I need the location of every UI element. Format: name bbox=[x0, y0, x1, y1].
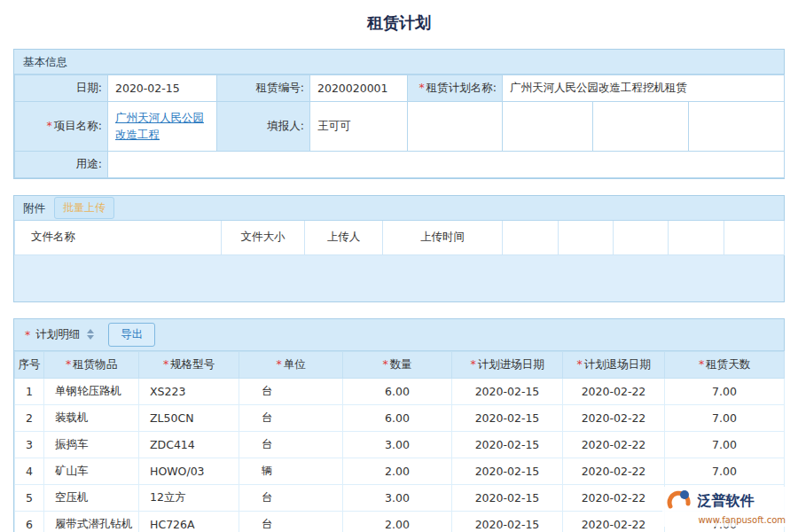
col-empty bbox=[614, 221, 669, 254]
attachments-empty-area bbox=[14, 255, 784, 301]
project-link[interactable]: 广州天河人民公园改造工程 bbox=[115, 111, 204, 141]
detail-cell: 装载机 bbox=[44, 404, 139, 431]
page-title: 租赁计划 bbox=[0, 0, 798, 32]
basic-info-title: 基本信息 bbox=[23, 50, 67, 74]
project-value-cell: 广州天河人民公园改造工程 bbox=[108, 102, 217, 152]
detail-cell: 1 bbox=[15, 378, 44, 404]
form-row-3: 用途: bbox=[15, 152, 785, 178]
detail-cell: 辆 bbox=[239, 458, 343, 484]
detail-cell: 2.00 bbox=[343, 511, 452, 532]
attachments-table: 文件名称 文件大小 上传人 上传时间 bbox=[14, 221, 785, 255]
detail-cell: 2020-02-22 bbox=[563, 404, 665, 431]
detail-cell: 台 bbox=[239, 431, 343, 458]
detail-cell: 2020-02-15 bbox=[452, 431, 563, 458]
attachments-title: 附件 bbox=[23, 196, 45, 221]
detail-cell: 台 bbox=[239, 484, 343, 511]
rental-no-label: 租赁编号: bbox=[217, 75, 310, 102]
watermark-row: 泛普软件 bbox=[666, 489, 786, 514]
detail-cell: 6.00 bbox=[343, 378, 452, 404]
detail-cell: 台 bbox=[239, 511, 343, 532]
detail-row: 3振捣车ZDC414台3.002020-02-152020-02-227.00 bbox=[15, 431, 785, 458]
detail-row: 4矿山车HOWO/03辆2.002020-02-152020-02-227.00 bbox=[15, 458, 785, 484]
date-label: 日期: bbox=[15, 75, 108, 102]
detail-cell: 3.00 bbox=[343, 431, 452, 458]
detail-column-header: *租赁天数 bbox=[665, 351, 785, 378]
detail-cell: 2020-02-15 bbox=[452, 378, 563, 404]
detail-cell: 12立方 bbox=[139, 484, 239, 511]
detail-cell: 2 bbox=[15, 404, 44, 431]
detail-cell: ZL50CN bbox=[139, 404, 239, 431]
reporter-label-text: 填报人: bbox=[267, 119, 304, 132]
purpose-value bbox=[108, 152, 785, 178]
detail-cell: HC726A bbox=[139, 511, 239, 532]
detail-cell: 2020-02-22 bbox=[563, 484, 665, 511]
detail-cell: 履带式潜孔钻机 bbox=[44, 511, 139, 532]
detail-cell: 振捣车 bbox=[44, 431, 139, 458]
detail-column-header: *单位 bbox=[239, 351, 343, 378]
detail-cell: 7.00 bbox=[665, 458, 785, 484]
date-value: 2020-02-15 bbox=[108, 75, 217, 102]
watermark-brand: 泛普软件 bbox=[697, 492, 754, 511]
rental-no-value: 2020020001 bbox=[310, 75, 408, 102]
purpose-label: 用途: bbox=[15, 152, 108, 178]
detail-cell: 6.00 bbox=[343, 404, 452, 431]
detail-cell: 7.00 bbox=[665, 404, 785, 431]
detail-row: 2装载机ZL50CN台6.002020-02-152020-02-227.00 bbox=[15, 404, 785, 431]
attachments-section: 附件 批量上传 文件名称 文件大小 上传人 上传时间 bbox=[13, 195, 785, 302]
detail-column-header: *租赁物品 bbox=[44, 351, 139, 378]
project-label: *项目名称: bbox=[15, 102, 108, 152]
batch-upload-button[interactable]: 批量上传 bbox=[54, 197, 114, 219]
col-file-name: 文件名称 bbox=[15, 221, 222, 254]
detail-cell: 2020-02-15 bbox=[452, 511, 563, 532]
plan-details-header: * 计划明细 导出 bbox=[14, 319, 784, 351]
col-empty bbox=[724, 221, 785, 254]
date-label-text: 日期: bbox=[76, 81, 102, 94]
required-asterisk: * bbox=[25, 328, 30, 341]
empty-cell bbox=[408, 102, 503, 152]
empty-cell bbox=[689, 102, 785, 152]
required-asterisk: * bbox=[419, 81, 425, 94]
col-empty bbox=[559, 221, 614, 254]
export-button[interactable]: 导出 bbox=[108, 323, 155, 347]
detail-column-header: *计划退场日期 bbox=[563, 351, 665, 378]
plan-details-title: 计划明细 bbox=[35, 327, 80, 342]
form-row-2: *项目名称: 广州天河人民公园改造工程 填报人: 王可可 bbox=[15, 102, 785, 152]
detail-cell: 2020-02-15 bbox=[452, 458, 563, 484]
detail-cell: 6 bbox=[15, 511, 44, 532]
detail-cell: HOWO/03 bbox=[139, 458, 239, 484]
detail-cell: 单钢轮压路机 bbox=[44, 378, 139, 404]
plan-name-label-text: 租赁计划名称: bbox=[426, 81, 497, 94]
watermark: 泛普软件 www.fanpusoft.com bbox=[662, 487, 789, 527]
detail-cell: 4 bbox=[15, 458, 44, 484]
plan-details-header-row: 序号*租赁物品*规格型号*单位*数量*计划进场日期*计划退场日期*租赁天数 bbox=[15, 351, 785, 378]
detail-cell: 5 bbox=[15, 484, 44, 511]
detail-cell: 矿山车 bbox=[44, 458, 139, 484]
form-row-1: 日期: 2020-02-15 租赁编号: 2020020001 *租赁计划名称:… bbox=[15, 75, 785, 102]
sort-toggle-icon[interactable] bbox=[87, 329, 94, 340]
project-label-text: 项目名称: bbox=[54, 119, 102, 132]
detail-cell: 台 bbox=[239, 404, 343, 431]
detail-cell: 台 bbox=[239, 378, 343, 404]
reporter-value: 王可可 bbox=[310, 102, 408, 152]
detail-cell: 2020-02-22 bbox=[563, 378, 665, 404]
watermark-url: www.fanpusoft.com bbox=[666, 515, 786, 525]
required-asterisk: * bbox=[47, 119, 52, 132]
col-empty bbox=[503, 221, 559, 254]
rental-no-label-text: 租赁编号: bbox=[256, 81, 304, 94]
plan-name-label: *租赁计划名称: bbox=[408, 75, 503, 102]
purpose-label-text: 用途: bbox=[76, 157, 102, 170]
detail-cell: ZDC414 bbox=[139, 431, 239, 458]
detail-cell: 3 bbox=[15, 431, 44, 458]
detail-cell: 空压机 bbox=[44, 484, 139, 511]
detail-cell: 2020-02-22 bbox=[563, 511, 665, 532]
detail-column-header: *数量 bbox=[343, 351, 452, 378]
detail-cell: 3.00 bbox=[343, 484, 452, 511]
detail-cell: 2020-02-15 bbox=[452, 484, 563, 511]
col-file-size: 文件大小 bbox=[222, 221, 305, 254]
col-uploader: 上传人 bbox=[305, 221, 383, 254]
reporter-label: 填报人: bbox=[217, 102, 310, 152]
attachments-header: 附件 批量上传 bbox=[14, 196, 784, 221]
detail-cell: 2020-02-22 bbox=[563, 431, 665, 458]
basic-info-header: 基本信息 bbox=[14, 50, 784, 74]
detail-cell: 7.00 bbox=[665, 378, 785, 404]
